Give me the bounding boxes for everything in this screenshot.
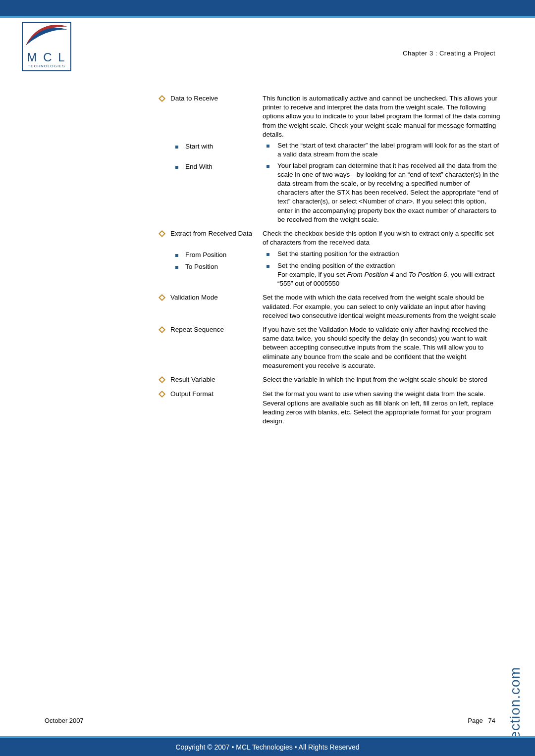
square-bullet-icon (175, 254, 178, 257)
field-label: Validation Mode (170, 293, 263, 320)
footer-page: Page 74 (468, 717, 495, 724)
text: From Position 4 (347, 271, 394, 278)
square-bullet-icon (267, 165, 269, 168)
field-desc: If you have set the Validation Mode to v… (263, 325, 500, 370)
subfield-desc: Your label program can determine that it… (277, 161, 500, 225)
square-bullet-icon (267, 253, 269, 256)
logo-text: M C L (23, 50, 70, 64)
diamond-icon (159, 95, 165, 102)
field-label: Extract from Received Data (170, 229, 263, 247)
logo: M C L TECHNOLOGIES (22, 22, 71, 71)
square-bullet-icon (175, 166, 178, 169)
diamond-icon (159, 326, 165, 333)
logo-subtext: TECHNOLOGIES (23, 64, 70, 68)
top-bar (0, 0, 535, 16)
subfield-desc: Set the starting position for the extrac… (277, 250, 500, 259)
diamond-icon (159, 391, 165, 398)
subfield-desc: Set the “start of text character” the la… (277, 141, 500, 159)
field-label: Data to Receive (170, 94, 263, 139)
square-bullet-icon (175, 266, 178, 269)
text: To Position 6 (409, 271, 447, 278)
field-desc: Set the format you want to use when savi… (263, 390, 500, 426)
field-label: Result Variable (170, 375, 263, 385)
chapter-heading: Chapter 3 : Creating a Project (403, 50, 495, 57)
square-bullet-icon (267, 145, 269, 148)
field-label: Output Format (170, 390, 263, 426)
footer-meta: October 2007 Page 74 (45, 717, 495, 724)
subfield-label: From Position (185, 251, 263, 259)
text: For example, if you set (277, 271, 347, 278)
square-bullet-icon (267, 265, 269, 268)
subfield-label: Start with (185, 142, 263, 151)
diamond-icon (159, 230, 165, 237)
subfield-label: End With (185, 162, 263, 171)
square-bullet-icon (175, 146, 178, 149)
field-desc: Set the mode with which the data receive… (263, 293, 500, 320)
subfield-label: To Position (185, 262, 263, 271)
footer-bar: Copyright © 2007 • MCL Technologies • Al… (0, 738, 535, 756)
field-desc: Check the checkbox beside this option if… (263, 229, 500, 247)
logo-swoosh-icon (25, 22, 68, 47)
diamond-icon (159, 294, 165, 301)
text: Set the ending position of the extractio… (277, 262, 395, 269)
subfield-desc: Set the ending position of the extractio… (277, 261, 500, 289)
content-body: Data to Receive This function is automat… (159, 94, 500, 428)
copyright: Copyright © 2007 • MCL Technologies • Al… (175, 743, 359, 751)
field-desc: This function is automatically active an… (263, 94, 500, 139)
field-desc: Select the variable in which the input f… (263, 375, 500, 385)
text: and (394, 271, 409, 278)
field-label: Repeat Sequence (170, 325, 263, 370)
footer-date: October 2007 (45, 717, 84, 724)
diamond-icon (159, 376, 165, 383)
